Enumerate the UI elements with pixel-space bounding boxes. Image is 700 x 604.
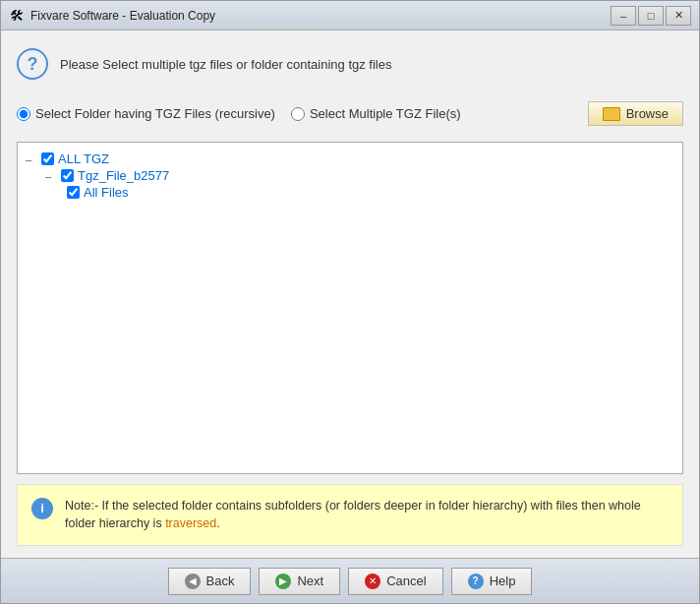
back-button[interactable]: ◀ Back <box>168 568 252 595</box>
window-title: Fixvare Software - Evaluation Copy <box>30 9 611 23</box>
help-label: Help <box>490 574 516 588</box>
back-icon: ◀ <box>185 574 201 589</box>
note-text-part2: . <box>216 516 219 530</box>
note-box: i Note:- If the selected folder contains… <box>17 484 683 547</box>
header-info: ? Please Select multiple tgz files or fo… <box>17 42 683 86</box>
window-controls: – □ ✕ <box>611 6 691 26</box>
checkbox-child2[interactable] <box>67 186 80 199</box>
tree-child2: All Files <box>65 184 674 201</box>
maximize-button[interactable]: □ <box>638 6 664 26</box>
cancel-icon: ✕ <box>365 574 380 589</box>
radio-folder-label: Select Folder having TGZ Files (recursiv… <box>35 106 275 121</box>
checkbox-child1[interactable] <box>61 169 74 182</box>
tree-panel[interactable]: – ALL TGZ – Tgz_File_b2577 All Files <box>17 142 683 474</box>
tree-child1-label[interactable]: Tgz_File_b2577 <box>78 168 169 183</box>
tree-root: – ALL TGZ <box>26 151 674 167</box>
cancel-label: Cancel <box>386 574 426 588</box>
tree-root-label[interactable]: ALL TGZ <box>58 151 109 166</box>
note-text-part1: Note:- If the selected folder contains s… <box>65 499 641 531</box>
next-label: Next <box>297 574 323 588</box>
minimize-button[interactable]: – <box>611 6 636 26</box>
next-icon: ▶ <box>275 574 291 589</box>
browse-button[interactable]: Browse <box>588 101 683 126</box>
radio-folder[interactable] <box>17 107 30 121</box>
title-bar: 🛠 Fixvare Software - Evaluation Copy – □… <box>1 1 699 30</box>
expand-icon-root[interactable]: – <box>26 153 37 165</box>
radio-row: Select Folder having TGZ Files (recursiv… <box>17 95 683 132</box>
note-info-icon: i <box>31 498 53 519</box>
note-highlighted: traversed <box>165 516 216 530</box>
bottom-bar: ◀ Back ▶ Next ✕ Cancel ? Help <box>1 558 699 603</box>
main-window: 🛠 Fixvare Software - Evaluation Copy – □… <box>0 0 700 604</box>
header-text: Please Select multiple tgz files or fold… <box>60 57 391 72</box>
close-button[interactable]: ✕ <box>666 6 691 26</box>
back-label: Back <box>206 574 235 588</box>
radio-option-files[interactable]: Select Multiple TGZ File(s) <box>291 106 461 121</box>
radio-files[interactable] <box>291 107 305 121</box>
radio-option-folder[interactable]: Select Folder having TGZ Files (recursiv… <box>17 106 275 121</box>
expand-icon-child1[interactable]: – <box>45 170 57 182</box>
app-icon: 🛠 <box>9 8 25 24</box>
help-icon: ? <box>468 574 484 589</box>
note-text: Note:- If the selected folder contains s… <box>65 497 669 534</box>
browse-label: Browse <box>626 106 669 121</box>
help-button[interactable]: ? Help <box>451 568 533 595</box>
content-area: ? Please Select multiple tgz files or fo… <box>1 30 699 558</box>
next-button[interactable]: ▶ Next <box>259 568 340 595</box>
tree-child1: – Tgz_File_b2577 <box>45 167 674 184</box>
question-icon: ? <box>17 48 48 80</box>
radio-files-label: Select Multiple TGZ File(s) <box>310 106 461 121</box>
checkbox-root[interactable] <box>41 152 54 165</box>
folder-icon <box>603 107 620 121</box>
tree-child2-label[interactable]: All Files <box>84 185 129 200</box>
cancel-button[interactable]: ✕ Cancel <box>348 568 442 595</box>
